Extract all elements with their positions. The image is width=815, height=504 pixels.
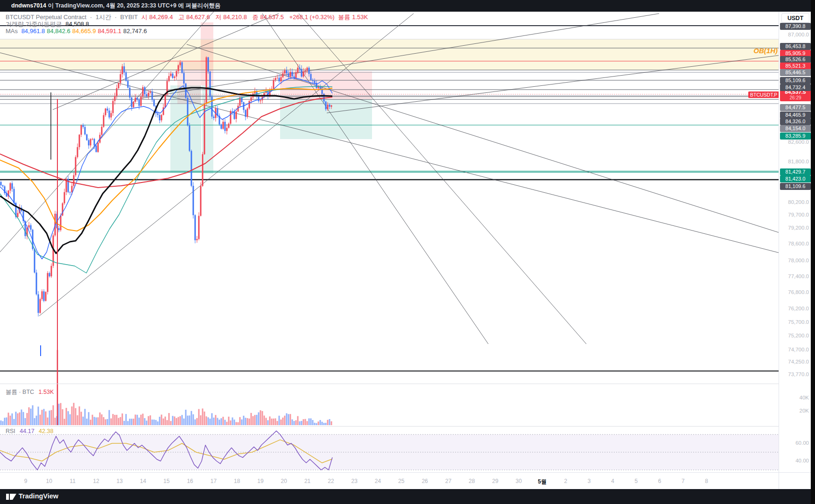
time-axis-label: 15	[163, 478, 169, 484]
bar-countdown: 26:29	[780, 95, 811, 100]
footer-bar: TradingView	[0, 489, 815, 504]
ma-value: 84,665.9	[72, 28, 96, 35]
time-axis-label: 25	[398, 478, 404, 484]
price-level-label: 84,326.0	[780, 118, 811, 125]
time-axis-label: 22	[328, 478, 334, 484]
price-level-label: 85,521.3	[780, 63, 811, 70]
time-axis-label: 28	[469, 478, 475, 484]
price-level-label: 84,732.4	[780, 84, 811, 91]
time-axis-label: 13	[117, 478, 123, 484]
time-axis-label: 17	[211, 478, 217, 484]
time-axis-label: 5	[634, 478, 638, 484]
rsi-value: 44.17	[20, 428, 34, 434]
volume-pane-title: 볼륨 · BTC	[6, 389, 34, 395]
time-axis-label: 30	[516, 478, 522, 484]
rsi-pane-title: RSI	[6, 428, 15, 434]
price-level-label: 84,154.0	[780, 125, 811, 132]
time-axis-label: 5월	[538, 478, 547, 486]
tradingview-logo-icon[interactable]	[6, 492, 18, 501]
legend-mas-row[interactable]: MAs 84,961.884,842.684,665.984,591.182,7…	[6, 28, 372, 35]
orderblock-annotation[interactable]: OB(1H)	[742, 47, 778, 55]
price-level-label: 81,423.0	[780, 175, 811, 182]
trendline[interactable]	[187, 44, 781, 233]
price-axis-tick: 80,200.0	[779, 199, 809, 205]
pane-divider-volume[interactable]	[0, 384, 779, 384]
volume-pane-value: 1.53K	[39, 389, 54, 395]
separator: ·	[115, 14, 117, 21]
ma-value: 84,591.1	[98, 28, 121, 35]
time-axis-label: 20	[281, 478, 287, 484]
price-level-label: 85,446.5	[780, 69, 811, 76]
price-axis-tick: 78,600.0	[779, 241, 809, 246]
price-level-label: 84,477.5	[780, 104, 811, 111]
window-edge	[811, 0, 815, 504]
currency-toggle-button[interactable]: USDT	[781, 13, 809, 23]
time-axis-label: 7	[682, 478, 685, 484]
time-axis-label: 14	[140, 478, 146, 484]
indicator-axis-tick: 60.00	[779, 440, 809, 446]
price-axis-tick: 74,700.0	[779, 347, 809, 352]
indicator-axis-tick: 40.00	[779, 458, 809, 463]
zone-supply-left[interactable]	[177, 62, 201, 104]
ohlc-high: 고84,627.6	[178, 14, 212, 21]
time-axis-label: 21	[304, 478, 310, 484]
ohlc-close: 종84,537.5	[253, 14, 286, 21]
price-axis-tick: 75,200.0	[779, 333, 809, 338]
separator: ·	[90, 14, 92, 21]
time-axis-label: 9	[24, 478, 28, 484]
footer-brand[interactable]: TradingView	[19, 492, 58, 500]
price-axis-tick: 76,200.0	[779, 306, 809, 311]
legend-vwma-row[interactable]: 거래량 가중이동평균 84,508.8	[6, 21, 372, 28]
time-axis-label: 24	[375, 478, 381, 484]
main-pane[interactable]	[0, 0, 781, 371]
pane-divider-rsi[interactable]	[0, 426, 779, 427]
mas-label: MAs	[6, 28, 18, 35]
ohlc-low: 저84,210.8	[215, 14, 249, 21]
rsi-signal-value: 42.38	[39, 428, 53, 434]
vwma-value: 84,508.8	[65, 21, 89, 28]
price-axis-tick: 81,800.0	[779, 159, 809, 164]
symbol-price-badge: BTCUSDT.P	[748, 91, 779, 98]
indicator-axis-tick: 40K	[779, 395, 809, 400]
price-level-label: 84,465.9	[780, 112, 811, 119]
time-axis-label: 29	[492, 478, 498, 484]
time-axis-label: 6	[658, 478, 661, 484]
vwma-label: 거래량 가중이동평균	[6, 21, 62, 28]
price-axis-tick: 82,600.0	[779, 139, 809, 145]
volume-inline: 볼륨1.53K	[338, 14, 370, 21]
rsi-pane-legend[interactable]: RSI 44.17 42.38	[6, 428, 53, 434]
price-level-label: 81,109.6	[780, 183, 811, 190]
time-axis-label: 3	[588, 478, 591, 484]
price-level-label: 86,453.8	[780, 43, 811, 50]
symbol-title: BTCUSDT Perpetual Contract	[6, 14, 86, 21]
price-level-label: 87,390.8	[780, 23, 811, 30]
exchange-label: BYBIT	[120, 14, 138, 21]
price-level-label: 81,429.7	[780, 168, 811, 175]
change-value: +268.1 (+0.32%)	[289, 14, 335, 21]
interval-label: 1시간	[96, 14, 111, 21]
indicator-axis-tick: 20K	[779, 408, 809, 413]
chart-canvas[interactable]	[0, 0, 815, 504]
rsi-pane[interactable]	[0, 431, 779, 470]
legend-symbol-row[interactable]: BTCUSDT Perpetual Contract · 1시간 · BYBIT…	[6, 14, 372, 21]
time-axis-label: 8	[705, 478, 708, 484]
time-axis-label: 10	[46, 478, 52, 484]
ohlc-open: 시84,269.4	[141, 14, 175, 21]
price-axis-tick: 75,700.0	[779, 319, 809, 325]
zone-ob-band[interactable]	[0, 39, 779, 70]
price-level-label: 83,285.9	[780, 133, 811, 140]
volume-pane-legend[interactable]: 볼륨 · BTC 1.53K	[6, 388, 54, 396]
time-axis-label: 11	[70, 478, 75, 484]
price-axis-tick: 73,770.0	[779, 371, 809, 377]
trendline[interactable]	[0, 53, 781, 253]
price-axis-border	[779, 12, 779, 489]
ma-value: 84,842.6	[47, 28, 70, 35]
price-axis-tick: 78,000.0	[779, 258, 809, 263]
tradingview-snapshot-page: dndwns7014 이 TradingView.com, 4월 20, 202…	[0, 0, 815, 504]
volume-pane[interactable]	[0, 403, 332, 425]
price-level-label: 85,526.6	[780, 56, 811, 63]
price-axis-tick: 87,000.0	[779, 32, 809, 37]
price-axis-tick: 79,700.0	[779, 212, 809, 217]
time-axis-label: 16	[187, 478, 193, 484]
time-axis-border	[0, 472, 815, 473]
